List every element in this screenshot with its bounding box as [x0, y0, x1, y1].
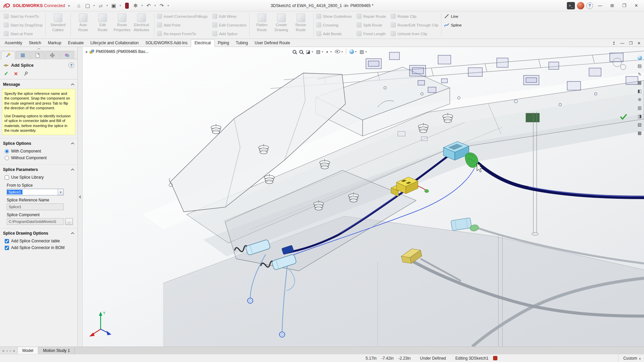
appearance-dropdown-icon[interactable]: ▾: [355, 50, 357, 53]
route-properties-button[interactable]: Route Properties: [112, 12, 132, 38]
publish-doc-icon[interactable]: ↥: [612, 41, 615, 46]
electrical-attributes-button[interactable]: Electrical Attributes: [132, 12, 151, 38]
split-route-button[interactable]: Split Route: [357, 21, 386, 29]
splice-component-input[interactable]: C:\ProgramData\SolidWorks\S: [7, 218, 64, 225]
tab-addins[interactable]: SOLIDWORKS Add-Ins: [142, 40, 191, 47]
view-orientation-dropdown-icon[interactable]: ▾: [322, 50, 323, 53]
without-component-radio-row[interactable]: Without Component: [0, 155, 77, 161]
tab-sketch[interactable]: Sketch: [25, 40, 45, 47]
fixed-length-button[interactable]: Fixed Length: [357, 30, 386, 38]
spline-tool-button[interactable]: Spline: [444, 21, 462, 29]
user-avatar[interactable]: [577, 2, 584, 9]
splice-parameters-header[interactable]: Splice Parameters: [0, 165, 77, 174]
add-connector-bom-checkbox[interactable]: [5, 246, 9, 250]
pm-help-icon[interactable]: ?: [68, 62, 74, 68]
splice-options-header[interactable]: Splice Options: [0, 138, 77, 148]
edit-wires-button[interactable]: Edit Wires: [212, 12, 247, 20]
pencil-icon[interactable]: ✎: [638, 72, 642, 77]
edit-appearance-icon[interactable]: [349, 49, 354, 54]
undo-dropdown-icon[interactable]: ▾: [153, 2, 157, 10]
reuse-route-button[interactable]: Reuse Route: [291, 12, 311, 38]
dense-grid-icon[interactable]: ▩: [638, 130, 642, 135]
model-tab[interactable]: Model: [18, 347, 39, 354]
with-component-radio[interactable]: [5, 149, 9, 154]
diagonal-panel-icon[interactable]: ▧: [638, 122, 642, 127]
tab-lifecycle[interactable]: Lifecycle and Collaboration: [87, 40, 142, 47]
save-icon[interactable]: ▣: [110, 2, 118, 10]
combo-dropdown-icon[interactable]: ▾: [58, 189, 63, 195]
close-doc-icon[interactable]: ✕: [637, 41, 641, 46]
home-icon[interactable]: ⌂: [75, 2, 83, 10]
create-drawing-button[interactable]: Create Drawing: [272, 12, 291, 38]
zoom-area-icon[interactable]: [299, 50, 303, 54]
route-through-clip-button[interactable]: Route/Edit Through Clip: [391, 21, 439, 29]
options-dropdown-icon[interactable]: ▾: [140, 2, 144, 10]
last-tab-icon[interactable]: »: [13, 349, 15, 353]
tab-markup[interactable]: Markup: [45, 40, 65, 47]
cancel-button[interactable]: ✕: [14, 71, 18, 76]
feature-manager-tab[interactable]: [16, 51, 30, 59]
auto-route-button[interactable]: Auto Route: [73, 12, 93, 38]
new-document-icon[interactable]: ▢: [84, 2, 92, 10]
restore-doc-icon[interactable]: ❐: [629, 41, 633, 46]
show-guidelines-button[interactable]: Show Guidelines: [316, 12, 352, 20]
use-splice-library-row[interactable]: Use Splice Library: [0, 174, 77, 181]
edit-route-button[interactable]: Edit Route: [93, 12, 112, 38]
from-to-splice-combobox[interactable]: Splice1 ▾: [7, 189, 64, 195]
tab-electrical[interactable]: Electrical: [191, 39, 215, 47]
add-connector-table-row[interactable]: Add Splice Connector table: [0, 238, 77, 244]
display-style-dropdown-icon[interactable]: ▾: [330, 50, 332, 53]
shaded-sphere-icon[interactable]: [638, 56, 642, 60]
add-connector-table-checkbox[interactable]: [5, 239, 9, 243]
dimxpert-manager-tab[interactable]: [45, 51, 59, 59]
property-manager-tab[interactable]: [1, 51, 15, 59]
with-component-radio-row[interactable]: With Component: [0, 148, 77, 155]
add-bends-button[interactable]: Add Bends: [316, 30, 352, 38]
columns-panel-icon[interactable]: ▥: [638, 105, 642, 110]
zoom-fit-icon[interactable]: [292, 50, 296, 54]
panel-collapse-handle[interactable]: [0, 47, 77, 50]
apply-scene-icon[interactable]: ▨: [360, 49, 364, 54]
configuration-manager-tab[interactable]: [31, 51, 45, 59]
close-window-button[interactable]: ✕: [631, 2, 641, 10]
half-square-left-icon[interactable]: ◧: [638, 88, 642, 94]
start-by-dragdrop-button[interactable]: Start by Drag/Drop: [4, 21, 43, 29]
tab-piping[interactable]: Piping: [215, 40, 232, 47]
add-point-button[interactable]: Add Point: [157, 21, 208, 29]
minimize-doc-icon[interactable]: —: [620, 41, 624, 46]
redo-dropdown-icon[interactable]: ▾: [166, 2, 170, 10]
hide-show-items-icon[interactable]: [335, 50, 340, 53]
scene-dropdown-icon[interactable]: ▾: [365, 50, 367, 53]
section-view-dropdown-icon[interactable]: ▾: [312, 50, 313, 53]
prev-tab-icon[interactable]: ‹: [6, 349, 8, 353]
reimport-fromto-button[interactable]: Re-Import From/To: [157, 30, 208, 38]
expand-tree-icon[interactable]: ▸: [86, 50, 88, 54]
tab-evaluate[interactable]: Evaluate: [65, 40, 87, 47]
3dexperience-icon[interactable]: [123, 2, 131, 10]
rotate-clip-button[interactable]: Rotate Clip: [391, 12, 439, 20]
message-section-header[interactable]: Message: [0, 79, 77, 89]
add-connector-bom-row[interactable]: Add Splice Connector in BOM: [0, 244, 77, 251]
save-dropdown-icon[interactable]: ▾: [118, 2, 122, 10]
options-gear-icon[interactable]: ✻: [131, 2, 140, 10]
view-orientation-icon[interactable]: ▧: [316, 49, 320, 54]
next-tab-icon[interactable]: ›: [10, 349, 11, 353]
add-splice-button[interactable]: Add Splice: [212, 30, 247, 38]
crosshair-target-icon[interactable]: ⊕: [638, 97, 642, 102]
feature-tree-breadcrumb[interactable]: ▸ PM009465 (PM009465 Bas...: [86, 49, 149, 54]
line-tool-button[interactable]: Line: [444, 12, 462, 20]
minimize-window-button[interactable]: —: [595, 2, 605, 10]
unit-system-selector[interactable]: Custom ▴: [618, 354, 641, 362]
edit-connectors-button[interactable]: Edit Connectors: [212, 21, 247, 29]
branding-caret-icon[interactable]: ▸: [68, 4, 70, 7]
ok-button[interactable]: ✓: [4, 70, 8, 77]
new-document-dropdown-icon[interactable]: ▾: [92, 2, 96, 10]
help-icon[interactable]: ?: [586, 2, 593, 9]
open-document-icon[interactable]: ▱: [97, 2, 105, 10]
covering-button[interactable]: Covering: [316, 21, 352, 29]
repair-route-button[interactable]: Repair Route: [357, 12, 386, 20]
tab-assembly[interactable]: Assembly: [1, 40, 25, 47]
start-at-point-button[interactable]: Start at Point: [4, 30, 43, 38]
half-square-right-icon[interactable]: ◨: [638, 114, 642, 119]
tile-windows-button[interactable]: ⊞: [607, 2, 617, 10]
